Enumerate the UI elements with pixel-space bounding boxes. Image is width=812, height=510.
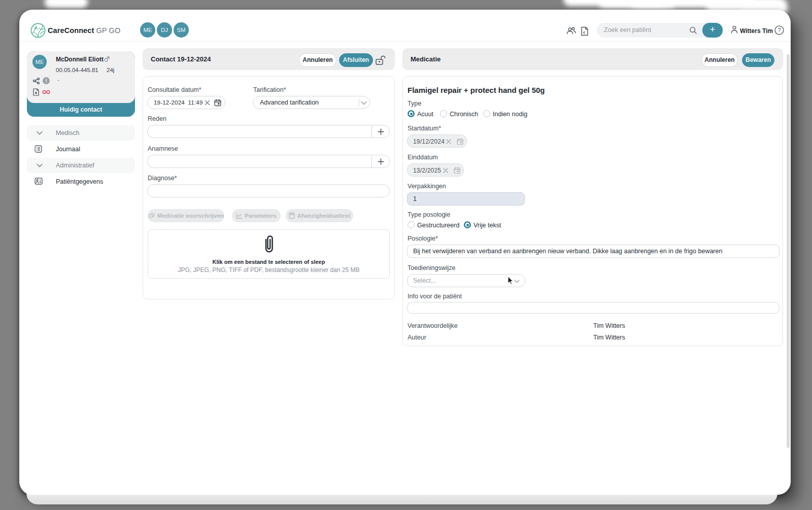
svg-text:?: ? bbox=[778, 27, 781, 33]
svg-text:€: € bbox=[583, 30, 586, 35]
